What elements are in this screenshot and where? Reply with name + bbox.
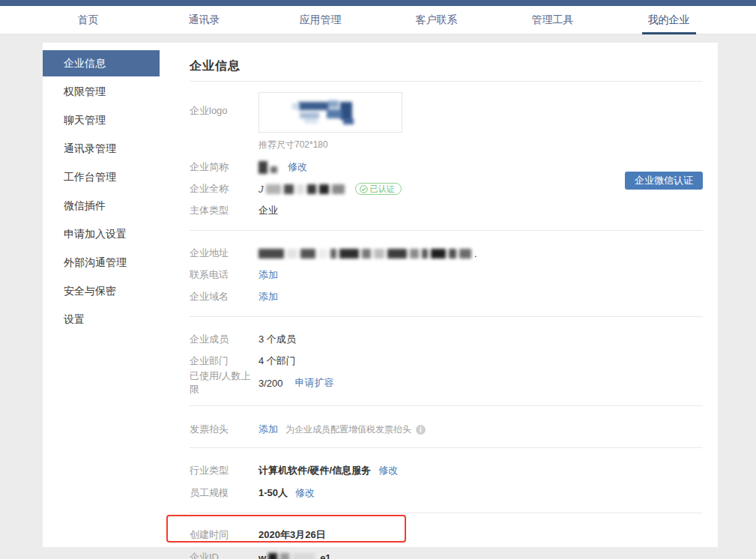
wecom-admin-page: { "topnav": { "tabs": [ { "label": "首页",… — [0, 0, 756, 559]
sidebar-item-permissions[interactable]: 权限管理 — [43, 79, 160, 105]
sidebar-item-contacts-mgmt[interactable]: 通讯录管理 — [43, 136, 160, 162]
scale-label: 员工规模 — [190, 486, 258, 500]
full-name-value: J 已认证 — [258, 183, 402, 195]
divider — [190, 230, 703, 231]
short-name-value: 修改 — [258, 160, 307, 174]
entity-type-label: 主体类型 — [190, 204, 258, 217]
members-label: 企业成员 — [190, 333, 258, 346]
divider — [190, 81, 703, 82]
scale-edit-link[interactable]: 修改 — [295, 486, 315, 500]
enterprise-info-panel: 企业信息 企业logo 推荐尺寸702 — [190, 43, 703, 559]
row-domain: 企业域名 添加 — [190, 289, 703, 304]
invoice-label: 发票抬头 — [190, 423, 258, 436]
domain-add-link[interactable]: 添加 — [258, 290, 278, 303]
sidebar-item-settings[interactable]: 设置 — [43, 306, 160, 333]
row-scale: 员工规模 1-50人 修改 — [190, 486, 703, 501]
row-industry: 行业类型 计算机软件/硬件/信息服务 修改 — [190, 463, 703, 478]
enterprise-logo-image[interactable] — [258, 92, 402, 133]
logo-label: 企业logo — [190, 92, 258, 151]
address-label: 企业地址 — [190, 247, 258, 260]
redacted-short-name — [258, 161, 280, 174]
entity-type-value: 企业 — [258, 204, 278, 217]
industry-label: 行业类型 — [190, 464, 258, 477]
content-card: 企业信息 权限管理 聊天管理 通讯录管理 工作台管理 微信插件 申请加入设置 外… — [43, 43, 718, 547]
corp-id-visible-suffix: e1 — [320, 552, 330, 559]
sidebar-item-wechat-plugin[interactable]: 微信插件 — [43, 193, 160, 219]
full-name-label: 企业全称 — [190, 182, 258, 196]
industry-value: 计算机软件/硬件/信息服务 — [258, 464, 371, 477]
redacted-address — [258, 249, 474, 259]
expand-capacity-link[interactable]: 申请扩容 — [295, 376, 334, 390]
short-name-label: 企业简称 — [190, 160, 258, 174]
divider — [190, 447, 703, 448]
nav-tab-contacts[interactable]: 通讯录 — [146, 6, 262, 34]
sidebar-item-security[interactable]: 安全与保密 — [43, 278, 160, 304]
redacted-full-name — [266, 184, 348, 194]
row-phone: 联系电话 添加 — [190, 268, 703, 282]
verified-badge-text: 已认证 — [370, 184, 395, 195]
industry-edit-link[interactable]: 修改 — [378, 464, 398, 477]
sidebar-item-enterprise-info[interactable]: 企业信息 — [43, 50, 160, 76]
nav-tabs: 首页 通讯录 应用管理 客户联系 管理工具 我的企业 — [30, 6, 727, 34]
sidebar-item-workbench[interactable]: 工作台管理 — [43, 164, 160, 190]
scale-value: 1-50人 — [258, 486, 288, 500]
sidebar: 企业信息 权限管理 聊天管理 通讯录管理 工作台管理 微信插件 申请加入设置 外… — [43, 50, 160, 335]
row-created: 创建时间 2020年3月26日 — [190, 528, 703, 543]
logo-size-hint: 推荐尺寸702*180 — [258, 139, 402, 151]
nav-tab-tools[interactable]: 管理工具 — [495, 6, 611, 34]
sidebar-item-join-settings[interactable]: 申请加入设置 — [43, 221, 160, 247]
info-icon[interactable]: i — [416, 425, 426, 435]
verified-check-icon — [360, 185, 368, 193]
full-name-visible-prefix: J — [258, 184, 264, 195]
divider — [190, 513, 703, 513]
invoice-hint: 为企业成员配置增值税发票抬头 — [285, 423, 411, 436]
nav-tab-my-enterprise[interactable]: 我的企业 — [611, 6, 727, 34]
row-short-name: 企业简称 修改 — [190, 160, 703, 175]
nav-tab-apps[interactable]: 应用管理 — [262, 6, 378, 34]
main-navbar: 首页 通讯录 应用管理 客户联系 管理工具 我的企业 — [0, 6, 756, 34]
corp-id-visible-prefix: w — [258, 552, 266, 559]
row-members: 企业成员 3 个成员 — [190, 332, 703, 347]
row-address: 企业地址 . — [190, 246, 703, 261]
row-departments: 企业部门 4 个部门 — [190, 354, 703, 369]
created-label: 创建时间 — [190, 528, 258, 542]
short-name-edit-link[interactable]: 修改 — [288, 160, 307, 174]
row-entity-type: 主体类型 企业 — [190, 203, 703, 218]
usage-label: 已使用/人数上限 — [190, 369, 258, 396]
address-value: . — [258, 248, 477, 259]
address-visible-suffix: . — [474, 248, 477, 259]
row-corp-id: 企业ID w e1 — [190, 550, 703, 559]
corp-id-label: 企业ID — [190, 551, 258, 559]
divider — [190, 405, 703, 406]
logo-value: 推荐尺寸702*180 — [258, 92, 402, 151]
row-invoice: 发票抬头 添加 为企业成员配置增值税发票抬头 i — [190, 422, 703, 437]
sidebar-item-external-comm[interactable]: 外部沟通管理 — [43, 250, 160, 276]
phone-label: 联系电话 — [190, 268, 258, 282]
created-value: 2020年3月26日 — [258, 528, 326, 542]
nav-tab-home[interactable]: 首页 — [30, 6, 146, 34]
redacted-corp-id — [268, 553, 318, 559]
row-full-name: 企业全称 J 已认证 — [190, 181, 703, 196]
verified-badge: 已认证 — [355, 183, 402, 195]
browser-top-strip — [0, 0, 756, 6]
row-usage: 已使用/人数上限 3/200 申请扩容 — [190, 375, 703, 390]
usage-value: 3/200 — [258, 378, 283, 389]
page-title: 企业信息 — [190, 58, 703, 74]
members-value: 3 个成员 — [258, 333, 296, 346]
logo-pixelated-art — [282, 96, 379, 129]
sidebar-item-chat[interactable]: 聊天管理 — [43, 107, 160, 133]
phone-add-link[interactable]: 添加 — [258, 268, 278, 282]
departments-value: 4 个部门 — [258, 354, 296, 368]
departments-label: 企业部门 — [190, 354, 258, 368]
row-logo: 企业logo 推荐尺寸702*180 — [190, 92, 703, 151]
divider — [190, 316, 703, 317]
domain-label: 企业域名 — [190, 290, 258, 303]
invoice-add-link[interactable]: 添加 — [258, 423, 278, 436]
nav-tab-customers[interactable]: 客户联系 — [378, 6, 495, 34]
